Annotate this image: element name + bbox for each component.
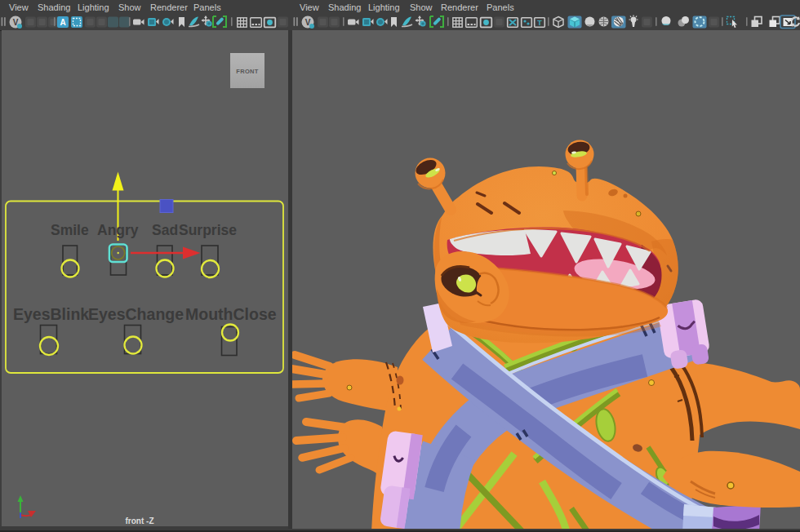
svg-text:EyesChange: EyesChange: [88, 305, 184, 323]
svg-text:EyesBlink: EyesBlink: [13, 305, 89, 323]
svg-text:Surprise: Surprise: [179, 222, 237, 238]
svg-text:Sad: Sad: [152, 222, 178, 238]
svg-text:front -Z: front -Z: [126, 516, 154, 525]
svg-text:Angry: Angry: [97, 222, 139, 238]
svg-text:FRONT: FRONT: [236, 68, 258, 75]
svg-text:Smile: Smile: [51, 222, 89, 238]
svg-text:A: A: [60, 18, 65, 27]
svg-text:MouthClose: MouthClose: [185, 305, 277, 323]
